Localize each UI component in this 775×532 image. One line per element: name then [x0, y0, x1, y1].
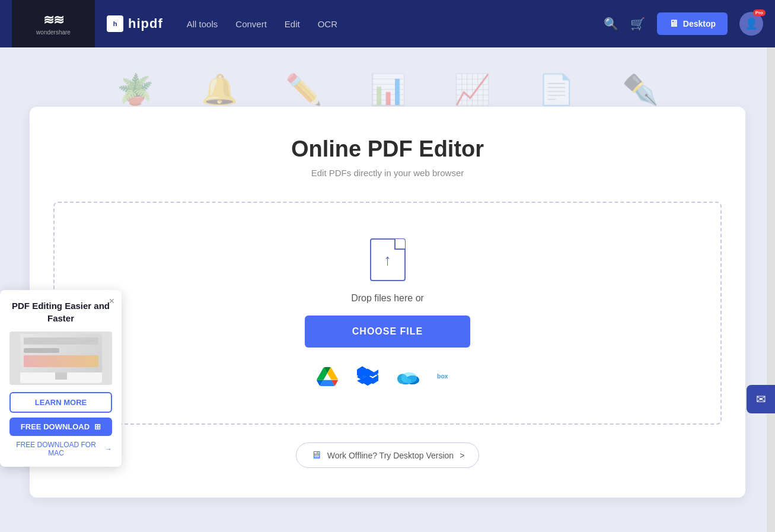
free-download-button[interactable]: FREE DOWNLOAD ⊞	[9, 418, 112, 436]
dropbox-icon[interactable]	[356, 365, 379, 388]
navbar: ≋≋ wondershare h hipdf All tools Convert…	[0, 0, 775, 47]
offline-arrow-icon: >	[460, 451, 464, 460]
illustration-icons: 🪴 🔔 ✏️ 📊 📈 📄 ✒️	[117, 72, 659, 107]
illus-bell-icon: 🔔	[201, 72, 238, 107]
learn-more-button[interactable]: LEARN MORE	[9, 392, 112, 413]
illus-plant-icon: 🪴	[117, 72, 154, 107]
nav-actions: 🔍 🛒 🖥 Desktop 👤 Pro	[604, 12, 763, 36]
nav-ocr[interactable]: OCR	[318, 19, 337, 29]
mail-fab-button[interactable]: ✉	[747, 385, 775, 413]
offline-icon: 🖥	[311, 449, 321, 461]
nav-edit[interactable]: Edit	[285, 19, 300, 29]
hipdf-logo-icon: h	[107, 15, 123, 32]
page-title: Online PDF Editor	[53, 136, 722, 162]
offline-banner[interactable]: 🖥 Work Offline? Try Desktop Version >	[296, 442, 480, 468]
hipdf-name: hipdf	[128, 16, 163, 31]
page-subtitle: Edit PDFs directly in your web browser	[53, 168, 722, 178]
popup-title: PDF Editing Easier and Faster	[9, 300, 112, 324]
illus-pen-icon: ✒️	[622, 72, 659, 107]
popup-card: × PDF Editing Easier and Faster LEARN MO…	[0, 290, 122, 467]
illus-chart-icon: 📊	[369, 72, 406, 107]
pro-badge: Pro	[753, 9, 766, 16]
desktop-icon: 🖥	[669, 18, 678, 29]
popup-image	[9, 332, 112, 385]
scrollbar[interactable]	[767, 0, 775, 532]
wondershare-brand[interactable]: ≋≋ wondershare	[12, 0, 95, 47]
hipdf-brand[interactable]: h hipdf	[107, 15, 163, 32]
svg-text:box: box	[437, 373, 448, 380]
ws-subtitle: wondershare	[36, 29, 71, 36]
mail-icon: ✉	[756, 392, 766, 406]
cloud-service-icons: box	[316, 365, 460, 388]
cart-button[interactable]: 🛒	[630, 17, 645, 31]
mac-download-link[interactable]: FREE DOWNLOAD FOR MAC →	[9, 441, 112, 457]
choose-file-button[interactable]: CHOOSE FILE	[305, 316, 470, 348]
monitor-stand	[55, 372, 67, 380]
ws-logo-icon: ≋≋	[43, 12, 63, 28]
windows-icon: ⊞	[94, 422, 101, 431]
illus-doc-icon: 📄	[538, 72, 575, 107]
download-btn-label: FREE DOWNLOAD	[21, 422, 90, 431]
nav-convert[interactable]: Convert	[235, 19, 267, 29]
nav-all-tools[interactable]: All tools	[187, 19, 218, 29]
drop-text: Drop files here or	[351, 293, 424, 304]
google-drive-icon[interactable]	[316, 365, 339, 388]
desktop-btn-label: Desktop	[683, 19, 716, 28]
popup-close-button[interactable]: ×	[109, 296, 114, 307]
popup-screenshot	[20, 333, 103, 384]
onedrive-icon[interactable]	[397, 365, 419, 388]
svg-point-8	[401, 372, 417, 383]
illus-graph-icon: 📈	[454, 72, 490, 107]
offline-text: Work Offline? Try Desktop Version	[327, 451, 454, 460]
search-button[interactable]: 🔍	[604, 17, 618, 31]
user-avatar-wrap[interactable]: 👤 Pro	[739, 12, 763, 36]
main-card: Online PDF Editor Edit PDFs directly in …	[30, 107, 745, 498]
upload-file-icon: ↑	[370, 238, 406, 281]
desktop-button[interactable]: 🖥 Desktop	[657, 12, 728, 35]
box-icon[interactable]: box	[437, 365, 460, 388]
illus-pencil-icon: ✏️	[285, 72, 322, 107]
upload-area[interactable]: ↑ Drop files here or CHOOSE FILE	[53, 202, 722, 425]
upload-arrow-icon: ↑	[384, 251, 391, 269]
bg-illustration: 🪴 🔔 ✏️ 📊 📈 📄 ✒️	[0, 47, 775, 107]
nav-links: All tools Convert Edit OCR	[187, 19, 337, 29]
